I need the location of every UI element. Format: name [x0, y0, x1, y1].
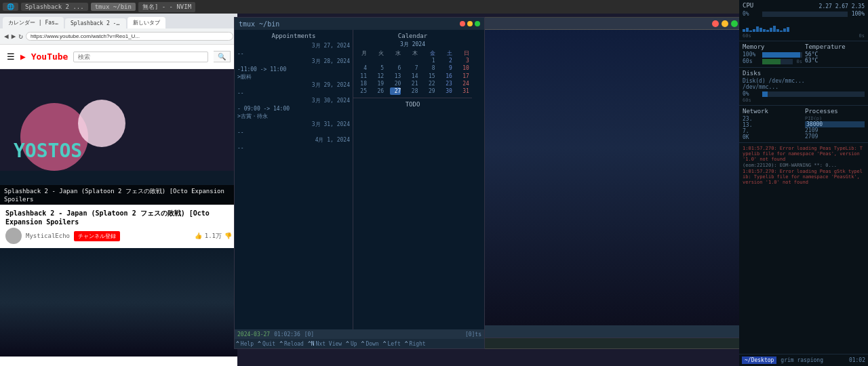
appointments-pane: Appointments 3月 27, 2024 -- 3月 28, 2024 … [235, 30, 353, 329]
appt-desc-2: >眼科 [237, 73, 350, 81]
log-line-2: (eom:22120): EOM-WARNING **: 0... [743, 163, 865, 168]
sysmon-desktop-item[interactable]: ~/Desktop [742, 357, 776, 364]
appt-entry-1: -- [237, 51, 350, 57]
thumbs-down-icon: 👎 [224, 232, 232, 239]
processes-title: Processes [805, 108, 865, 115]
reload-button[interactable]: ↻ [18, 32, 23, 41]
tmux-titlebar: tmux ~/bin [235, 18, 484, 30]
cpu-time-labels: 60s 0s [743, 33, 865, 39]
nvim-minimize-button[interactable] [722, 20, 728, 27]
appointments-panel: Appointments 3月 27, 2024 -- 3月 28, 2024 … [235, 30, 353, 329]
taskbar-item-tmux[interactable]: tmux ~/bin [91, 3, 136, 11]
tmux-statusbar: 2024-03-27 01:02:36 [0] [0]ts [235, 329, 484, 339]
nvim-maximize-button[interactable] [731, 20, 738, 27]
tab-new[interactable]: 新しいタブ [127, 17, 165, 28]
tmux-status-date: 2024-03-27 [237, 331, 270, 338]
sysmon-clock: 01:02 [849, 357, 865, 363]
tmux-minimize-button[interactable] [467, 21, 473, 26]
net-row-1: 23. [743, 116, 802, 122]
appt-entry-6: -- [237, 145, 350, 151]
temp-val-2: 63°C [805, 58, 865, 64]
spark-7 [763, 29, 766, 32]
nvim-close-button[interactable] [712, 20, 719, 27]
svg-point-2 [78, 100, 125, 147]
cpu-load: 2.27 2.67 2.35 [819, 3, 865, 9]
proc-row-3: 2709 [805, 134, 865, 140]
spark-13 [783, 28, 786, 32]
tmux-panel: tmux ~/bin Appointments 3月 27, 2024 -- 3… [234, 17, 485, 349]
spark-6 [760, 28, 762, 32]
channel-avatar [5, 228, 22, 244]
temp-val-1: 56°C [805, 52, 865, 58]
cal-header-row: 月 火 水 木 金 土 日 [356, 49, 469, 57]
spark-3 [749, 30, 752, 32]
tmux-title-label: tmux ~/bin [239, 20, 279, 28]
appt-date-5: 3月 31, 2024 [237, 121, 350, 128]
subscribe-button[interactable]: チャンネル登録 [74, 231, 120, 241]
appt-date-4: 3月 30, 2024 [237, 97, 350, 104]
taskbar-item-globe[interactable]: 🌐 [3, 3, 18, 11]
appt-entry-4: - 09:00 -> 14:00 [237, 106, 350, 112]
tmux-cmd-left: ^ Left [383, 341, 401, 347]
todo-title: TODO [356, 101, 469, 108]
disk-item-1: Disk(d) /dev/mmc... [743, 78, 865, 84]
tab-calendar[interactable]: カレンダー | Fast... [3, 17, 64, 28]
appt-entry-2: -11:00 -> 11:00 [237, 66, 350, 73]
appt-desc-4: >古賞・待永 [237, 113, 350, 120]
browser-window: カレンダー | Fast... Splashback 2 - J... 新しいタ… [0, 14, 237, 366]
memtemp-section: Memory 100% 60s 0s Temperature 56° [739, 41, 868, 68]
tmux-cmd-down: ^ Down [361, 341, 379, 347]
video-thumbnail[interactable]: YOSTOS Splashback 2 - Japan (Splatoon 2 … [0, 69, 237, 205]
forward-button[interactable]: ▶ [12, 32, 16, 41]
sysmon-shell-item: grim raspiong [781, 357, 823, 363]
tmux-cmd-up: ^ Up [346, 341, 357, 347]
cpu-time-start: 60s [743, 33, 751, 39]
thumbnail-image: YOSTOS [0, 69, 237, 205]
sysmon-panel: CPU 2.27 2.67 2.35 0% 100% [739, 0, 868, 366]
url-bar[interactable] [26, 32, 233, 41]
temperature-col: Temperature 56°C 63°C [805, 43, 865, 65]
mem-bar-fill-1 [762, 52, 800, 58]
cal-week-5: 25 26 27 28 29 30 31 [356, 87, 469, 95]
calendar-panel: Calendar 3月 2024 月 火 水 木 金 土 日 [353, 30, 472, 98]
tmux-cmd-nxtview: ^N Nxt View [308, 341, 342, 347]
network-title: Network [743, 108, 802, 115]
tmux-status-time: 01:02:36 [274, 331, 300, 338]
hamburger-icon[interactable]: ☰ [7, 52, 15, 62]
mem-bar-fill-2 [762, 59, 781, 64]
cpu-bar-bg-1 [762, 12, 848, 17]
proc-row-2: 2109 [805, 127, 865, 134]
cal-week-2: 4 5 6 7 8 9 10 [356, 64, 469, 72]
cal-week-3: 11 12 13 14 15 16 17 [356, 73, 469, 80]
spark-9 [770, 28, 772, 32]
youtube-logo: ▶ YouTube [20, 52, 68, 62]
network-col: Network 23. 13. 7. 0K [743, 108, 802, 140]
youtube-search-input[interactable] [73, 52, 208, 62]
calendar-month: 3月 2024 [356, 41, 469, 48]
spark-1 [743, 29, 745, 32]
mem-label-1: 100% [743, 52, 760, 58]
youtube-search-button[interactable]: 🔍 [214, 51, 231, 62]
tmux-cmd-quit: ^ Quit [258, 341, 275, 347]
tmux-maximize-button[interactable] [475, 21, 480, 26]
memtemp-cols: Memory 100% 60s 0s Temperature 56° [743, 43, 865, 65]
log-line-3: 1:01:57.270: Error loading Peas gStk typ… [743, 169, 865, 185]
todo-panel: TODO [353, 98, 472, 329]
disk-bar-bg-1 [762, 92, 865, 97]
cal-week-4: 18 19 20 21 22 23 24 [356, 80, 469, 87]
back-button[interactable]: ◀ [4, 32, 9, 41]
spark-8 [766, 30, 769, 32]
browser-toolbar: ◀ ▶ ↻ [0, 28, 237, 45]
tmux-cmdbar: ^ Help ^ Quit ^ Reload ^N Nxt View ^ Up … [235, 339, 484, 348]
taskbar-item-nvim[interactable]: 無名] - - NVIM [138, 2, 195, 12]
video-title: Splashback 2 - Japan (Splatoon 2 フェスの敗戦)… [5, 209, 232, 226]
tab-splashback[interactable]: Splashback 2 - J... [65, 18, 126, 28]
appt-date-6: 4月 1, 2024 [237, 136, 350, 144]
spark-11 [776, 29, 779, 32]
sysmon-log: 1:01:57.270: Error loading Peas TypeLib:… [739, 143, 868, 354]
taskbar-item-splashback[interactable]: Splashback 2 ... [21, 3, 88, 11]
disk-bar-fill-1 [762, 92, 768, 97]
tmux-close-button[interactable] [460, 21, 465, 26]
memory-col: Memory 100% 60s 0s [743, 43, 802, 65]
browser-background [0, 248, 237, 357]
